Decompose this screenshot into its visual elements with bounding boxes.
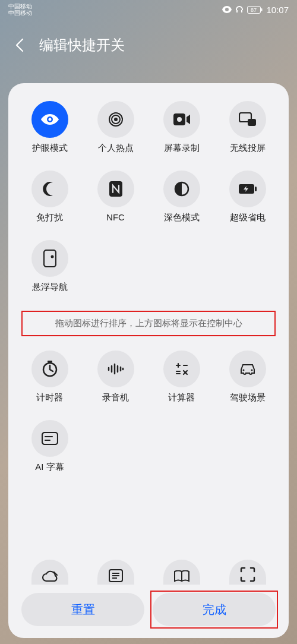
tile-label: 驾驶场景 <box>230 392 266 403</box>
svg-point-4 <box>114 118 118 121</box>
cloud-icon <box>31 560 68 585</box>
tile-timer[interactable]: 计时器 <box>17 351 83 403</box>
done-button[interactable]: 完成 <box>153 593 276 626</box>
list-icon <box>97 560 134 585</box>
done-label: 完成 <box>203 602 226 618</box>
tile-float-nav[interactable]: 悬浮导航 <box>17 240 83 293</box>
eye-icon <box>31 101 68 138</box>
tile-driving[interactable]: 驾驶场景 <box>214 351 280 403</box>
tile-nfc[interactable]: NFC <box>83 171 148 223</box>
tile-label: 屏幕录制 <box>164 143 200 154</box>
tile-label: 个人热点 <box>98 143 134 154</box>
svg-rect-10 <box>248 119 256 126</box>
svg-rect-34 <box>42 433 58 444</box>
tile-label: 计算器 <box>168 392 195 403</box>
tile-label: AI 字幕 <box>35 462 64 473</box>
carrier-2: 中国移动 <box>8 10 32 16</box>
status-time: 10:07 <box>266 5 289 15</box>
tile-label: 无线投屏 <box>230 143 266 154</box>
cast-icon <box>229 101 266 138</box>
car-icon <box>229 351 266 387</box>
svg-rect-15 <box>44 250 56 267</box>
header: 编辑快捷开关 <box>0 19 297 65</box>
record-icon <box>163 101 200 138</box>
status-right: 87 10:07 <box>222 5 289 15</box>
svg-point-3 <box>48 118 51 121</box>
tile-label: 超级省电 <box>230 212 266 223</box>
svg-point-8 <box>177 117 182 122</box>
svg-point-16 <box>50 255 53 258</box>
tile-power-save[interactable]: 超级省电 <box>214 171 280 223</box>
battery-icon <box>229 171 266 207</box>
back-button[interactable] <box>13 37 29 53</box>
calc-icon <box>163 351 200 387</box>
tile-label: 免打扰 <box>36 212 63 223</box>
tile-label: 计时器 <box>36 392 63 403</box>
tile-label: 深色模式 <box>164 212 200 223</box>
svg-point-32 <box>242 370 244 371</box>
reset-button[interactable]: 重置 <box>21 593 144 626</box>
peek-tile[interactable] <box>17 560 83 585</box>
eye-status-icon <box>222 6 232 13</box>
float-icon <box>31 240 68 277</box>
tile-dnd[interactable]: 免打扰 <box>17 171 83 223</box>
svg-rect-18 <box>48 361 52 362</box>
tile-calculator[interactable]: 计算器 <box>148 351 214 403</box>
inactive-tiles-grid: 计时器录音机计算器驾驶场景AI 字幕 <box>13 351 284 473</box>
peek-row <box>13 560 284 585</box>
peek-tile[interactable] <box>148 560 214 585</box>
subtitle-icon <box>31 420 68 457</box>
timer-icon <box>31 351 68 387</box>
tile-dark-mode[interactable]: 深色模式 <box>148 171 214 223</box>
tile-screen-record[interactable]: 屏幕录制 <box>148 101 214 154</box>
tile-label: 悬浮导航 <box>32 282 68 293</box>
dark-icon <box>163 171 200 207</box>
svg-text:87: 87 <box>251 7 257 13</box>
hotspot-icon <box>97 101 134 138</box>
nfc-icon <box>97 171 134 207</box>
recorder-icon <box>97 351 134 387</box>
tile-label: 护眼模式 <box>32 143 68 154</box>
svg-rect-1 <box>261 8 263 11</box>
edit-panel: 护眼模式个人热点屏幕录制无线投屏免打扰NFC深色模式超级省电悬浮导航 拖动图标进… <box>8 83 289 638</box>
svg-rect-14 <box>255 187 257 191</box>
tile-eye-comfort[interactable]: 护眼模式 <box>17 101 83 154</box>
peek-tile[interactable] <box>83 560 148 585</box>
tile-wireless-project[interactable]: 无线投屏 <box>214 101 280 154</box>
peek-tile[interactable] <box>214 560 280 585</box>
drag-hint: 拖动图标进行排序，上方图标将显示在控制中心 <box>21 311 276 336</box>
svg-point-33 <box>251 370 252 371</box>
book-icon <box>163 560 200 585</box>
button-row: 重置 完成 <box>13 589 284 631</box>
carrier-1: 中国移动 <box>8 3 32 10</box>
tile-label: NFC <box>106 212 125 222</box>
tile-label: 录音机 <box>102 392 129 403</box>
battery-icon: 87 <box>247 6 263 14</box>
scan-icon <box>229 560 266 585</box>
page-title: 编辑快捷开关 <box>39 36 125 55</box>
status-bar: 中国移动 中国移动 87 10:07 <box>0 0 297 19</box>
status-carriers: 中国移动 中国移动 <box>8 3 32 16</box>
headphone-icon <box>235 5 244 14</box>
active-tiles-grid: 护眼模式个人热点屏幕录制无线投屏免打扰NFC深色模式超级省电悬浮导航 <box>13 101 284 293</box>
moon-icon <box>31 171 68 207</box>
tile-recorder[interactable]: 录音机 <box>83 351 148 403</box>
tile-hotspot[interactable]: 个人热点 <box>83 101 148 154</box>
tile-ai-subtitle[interactable]: AI 字幕 <box>17 420 83 473</box>
